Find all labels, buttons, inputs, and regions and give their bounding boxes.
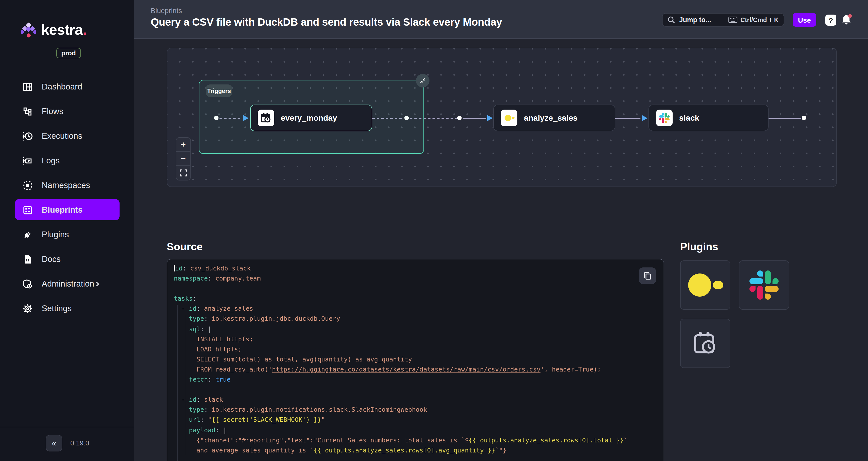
- topbar: Blueprints Query a CSV file with DuckDB …: [134, 0, 868, 39]
- help-button[interactable]: ?: [825, 15, 836, 26]
- sidebar-item-label: Executions: [42, 131, 82, 141]
- source-code-panel[interactable]: id: csv_duckdb_slacknamespace: company.t…: [167, 259, 664, 461]
- logs-icon: [22, 155, 33, 166]
- plugin-card-duckdb[interactable]: [680, 260, 731, 310]
- copy-source-button[interactable]: [639, 267, 656, 284]
- search-shortcut-label: Ctrl/Cmd + K: [740, 16, 779, 23]
- node-every-monday[interactable]: every_monday: [250, 105, 372, 131]
- search-icon: [668, 16, 675, 24]
- sidebar-item-docs[interactable]: Docs: [0, 247, 134, 271]
- flows-icon: [22, 106, 33, 117]
- sidebar-item-executions[interactable]: Executions: [0, 124, 134, 148]
- edge-solid: [615, 117, 641, 118]
- jump-to-search[interactable]: Jump to... Ctrl/Cmd + K: [662, 13, 784, 27]
- blueprints-icon: [22, 204, 33, 215]
- sidebar-collapse-button[interactable]: «: [46, 435, 62, 452]
- plugins-heading: Plugins: [680, 241, 718, 253]
- environment-badge: prod: [56, 48, 81, 58]
- canvas-controls: + −: [176, 137, 191, 180]
- plugin-card-schedule[interactable]: [680, 319, 731, 368]
- sidebar-item-label: Flows: [42, 107, 63, 116]
- brand-name: kestra.: [41, 21, 86, 38]
- edge-arrow: [642, 115, 648, 121]
- edge-solid: [769, 117, 801, 118]
- sidebar-item-flows[interactable]: Flows: [0, 99, 134, 124]
- sidebar-item-label: Logs: [42, 156, 60, 165]
- sidebar-item-namespaces[interactable]: Namespaces: [0, 173, 134, 198]
- search-placeholder: Jump to...: [679, 16, 724, 24]
- main-content: + − Triggers: [134, 39, 868, 461]
- search-shortcut: Ctrl/Cmd + K: [728, 16, 779, 23]
- use-button[interactable]: Use: [793, 13, 816, 27]
- sidebar: kestra. prod Dashboard Flows Executions: [0, 0, 134, 461]
- edge-dot: [457, 116, 462, 120]
- schedule-icon: [692, 330, 718, 356]
- administration-icon: [22, 278, 33, 289]
- triggers-group-label: Triggers: [206, 84, 232, 97]
- node-analyze-sales[interactable]: analyze_sales: [493, 105, 615, 131]
- settings-icon: [22, 303, 33, 314]
- duckdb-icon: [686, 270, 724, 299]
- zoom-out-button[interactable]: −: [176, 152, 190, 166]
- fit-view-button[interactable]: [176, 166, 190, 180]
- sidebar-nav: Dashboard Flows Executions Logs: [0, 75, 134, 321]
- docs-icon: [22, 254, 33, 265]
- sidebar-item-dashboard[interactable]: Dashboard: [0, 75, 134, 99]
- edge-end-dot: [802, 116, 806, 120]
- duckdb-icon: [501, 110, 517, 126]
- node-label: slack: [679, 113, 699, 122]
- sidebar-item-logs[interactable]: Logs: [0, 148, 134, 173]
- zoom-in-button[interactable]: +: [176, 138, 190, 152]
- namespaces-icon: [22, 180, 33, 191]
- sidebar-item-label: Docs: [42, 254, 61, 264]
- executions-icon: [22, 131, 33, 142]
- node-slack[interactable]: slack: [649, 105, 769, 131]
- edge-solid: [463, 117, 486, 118]
- keyboard-icon: [728, 17, 737, 23]
- kestra-logo[interactable]: kestra.: [21, 21, 86, 38]
- sidebar-item-administration[interactable]: Administration: [0, 271, 134, 296]
- topology-canvas[interactable]: + − Triggers: [167, 48, 837, 187]
- plugin-card-slack[interactable]: [739, 260, 789, 310]
- kestra-app: kestra. prod Dashboard Flows Executions: [0, 0, 868, 461]
- breadcrumb[interactable]: Blueprints: [151, 6, 182, 15]
- notification-badge: [848, 14, 852, 18]
- node-label: every_monday: [281, 113, 337, 122]
- schedule-icon: [258, 110, 274, 126]
- slack-icon: [656, 110, 673, 126]
- sidebar-item-label: Dashboard: [42, 82, 82, 91]
- sidebar-footer-divider: [0, 427, 134, 427]
- code-lines: id: csv_duckdb_slacknamespace: company.t…: [174, 263, 627, 461]
- dashboard-icon: [22, 81, 33, 92]
- sidebar-item-label: Plugins: [42, 230, 69, 239]
- slack-icon: [749, 270, 779, 299]
- plugins-icon: [22, 229, 33, 240]
- sidebar-item-plugins[interactable]: Plugins: [0, 222, 134, 247]
- edge-arrow: [487, 115, 493, 121]
- collapse-group-button[interactable]: [416, 74, 430, 87]
- sidebar-item-blueprints[interactable]: Blueprints: [0, 198, 134, 222]
- sidebar-item-settings[interactable]: Settings: [0, 296, 134, 321]
- app-version: 0.19.0: [70, 439, 89, 447]
- notifications-button[interactable]: [841, 13, 853, 27]
- sidebar-item-label: Settings: [42, 304, 71, 313]
- kestra-logo-icon: [21, 21, 36, 38]
- sidebar-item-label: Administration: [42, 279, 94, 289]
- brand-dot: .: [83, 21, 86, 37]
- source-heading: Source: [167, 241, 203, 253]
- sidebar-item-label: Blueprints: [42, 205, 83, 215]
- page-title: Query a CSV file with DuckDB and send re…: [151, 16, 502, 28]
- node-label: analyze_sales: [524, 113, 578, 122]
- chevron-right-icon: [94, 281, 100, 287]
- sidebar-item-label: Namespaces: [42, 180, 90, 190]
